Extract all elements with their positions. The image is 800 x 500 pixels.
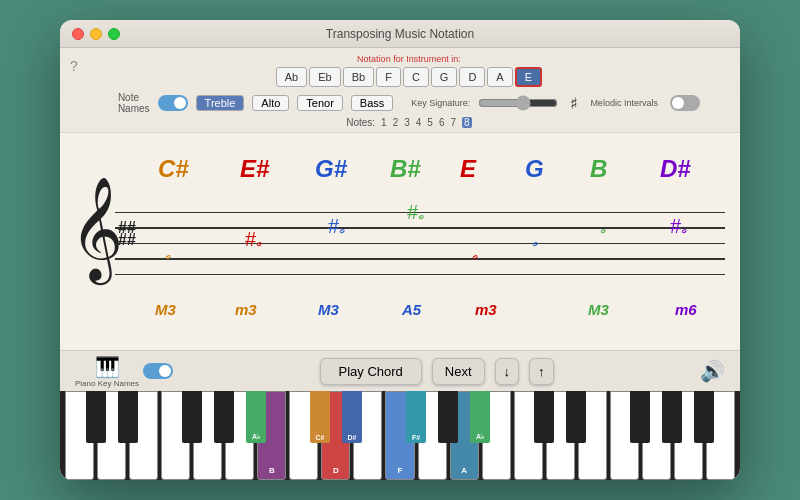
- piano-icon: 🎹: [95, 355, 120, 379]
- melodic-label: Melodic Intervals: [590, 98, 658, 108]
- inst-C[interactable]: C: [403, 67, 429, 87]
- note-4[interactable]: 4: [416, 117, 422, 128]
- inst-F[interactable]: F: [376, 67, 401, 87]
- maximize-button[interactable]: [108, 28, 120, 40]
- inst-Eb[interactable]: Eb: [309, 67, 340, 87]
- minimize-button[interactable]: [90, 28, 102, 40]
- bk-cs2-label: C#: [316, 434, 325, 441]
- note-5[interactable]: 5: [427, 117, 433, 128]
- inst-E[interactable]: E: [515, 67, 542, 87]
- black-key-ds3[interactable]: [566, 391, 585, 443]
- bottom-bar: 🎹 Piano Key Names Play Chord Next ↓ ↑ 🔊: [60, 350, 740, 480]
- titlebar: Transposing Music Notation: [60, 20, 740, 48]
- interval-a5: A5: [402, 301, 421, 318]
- inst-Bb[interactable]: Bb: [343, 67, 374, 87]
- inst-D[interactable]: D: [459, 67, 485, 87]
- up-arrow-button[interactable]: ↑: [529, 358, 554, 385]
- black-key-gs3[interactable]: [662, 391, 681, 443]
- note-7[interactable]: 7: [450, 117, 456, 128]
- note-label-e: E: [460, 155, 476, 183]
- key-label-f: F: [398, 466, 403, 475]
- note-6[interactable]: 6: [439, 117, 445, 128]
- clef-alto[interactable]: Alto: [252, 95, 289, 111]
- clef-bass[interactable]: Bass: [351, 95, 393, 111]
- clef-tenor[interactable]: Tenor: [297, 95, 343, 111]
- interval-m6: m6: [675, 301, 697, 318]
- instrument-buttons: Ab Eb Bb F C G D A E: [88, 67, 730, 87]
- inst-A[interactable]: A: [487, 67, 512, 87]
- piano-key-area: 🎹 Piano Key Names: [75, 355, 173, 388]
- black-key-ds2[interactable]: D#: [342, 391, 361, 443]
- note-3[interactable]: 3: [404, 117, 410, 128]
- main-window: Transposing Music Notation ? Notation fo…: [60, 20, 740, 480]
- treble-clef: 𝄞: [70, 183, 123, 273]
- note-label-bs: B#: [390, 155, 421, 183]
- notehead-2: #𝅗: [245, 228, 256, 251]
- note-label-ds: D#: [660, 155, 691, 183]
- black-key-gs1[interactable]: [214, 391, 233, 443]
- interval-m3-1: M3: [155, 301, 176, 318]
- notation-label: Notation for Instrument in:: [88, 54, 730, 64]
- traffic-lights: [72, 28, 120, 40]
- black-key-ds1[interactable]: [118, 391, 137, 443]
- black-key-fs3[interactable]: [630, 391, 649, 443]
- notehead-4: #𝅗: [407, 201, 418, 224]
- piano-keyboard: B D F A: [60, 391, 740, 480]
- key-label-a: A: [461, 466, 467, 475]
- close-button[interactable]: [72, 28, 84, 40]
- notes-row: Notes: 1 2 3 4 5 6 7 8: [88, 117, 730, 128]
- key-label-d: D: [333, 466, 339, 475]
- inst-G[interactable]: G: [431, 67, 458, 87]
- notes-label: Notes:: [346, 117, 375, 128]
- staff-area: 𝄞 ## ## C# E# G# B# E G B D# 𝅗 #𝅗 #𝅗 #𝅗 …: [60, 133, 740, 350]
- black-key-cs1[interactable]: [86, 391, 105, 443]
- inst-Ab[interactable]: Ab: [276, 67, 307, 87]
- help-icon[interactable]: ?: [70, 58, 78, 74]
- note-label-g: G: [525, 155, 544, 183]
- key-label-b: B: [269, 466, 275, 475]
- bk-fs2-label: F#: [412, 434, 420, 441]
- note-label-b: B: [590, 155, 607, 183]
- bk-as-label: A♭: [252, 433, 260, 441]
- piano-icon-container: 🎹 Piano Key Names: [75, 355, 139, 388]
- down-arrow-button[interactable]: ↓: [495, 358, 520, 385]
- piano-key-names-label: Piano Key Names: [75, 379, 139, 388]
- black-key-gs2[interactable]: [438, 391, 457, 443]
- note-names-label: NoteNames: [118, 92, 150, 114]
- controls-row: 🎹 Piano Key Names Play Chord Next ↓ ↑ 🔊: [60, 351, 740, 391]
- play-chord-button[interactable]: Play Chord: [320, 358, 422, 385]
- next-button[interactable]: Next: [432, 358, 485, 385]
- notehead-8: #𝅗: [670, 215, 681, 238]
- bk-ds2-label: D#: [348, 434, 357, 441]
- note-label-es: E#: [240, 155, 269, 183]
- note-1[interactable]: 1: [381, 117, 387, 128]
- piano-key-toggle[interactable]: [143, 363, 173, 379]
- toolbar: ? Notation for Instrument in: Ab Eb Bb F…: [60, 48, 740, 133]
- black-key-cs3[interactable]: [534, 391, 553, 443]
- interval-M3-3: M3: [318, 301, 339, 318]
- black-key-fs1[interactable]: [182, 391, 201, 443]
- black-key-as1[interactable]: A♭: [246, 391, 265, 443]
- clef-treble[interactable]: Treble: [196, 95, 245, 111]
- interval-M3-5: M3: [588, 301, 609, 318]
- notehead-3: #𝅗: [328, 215, 339, 238]
- black-key-as3[interactable]: [694, 391, 713, 443]
- note-label-gs: G#: [315, 155, 347, 183]
- bk-as2-label: A♭: [476, 433, 484, 441]
- black-key-fs2[interactable]: F#: [406, 391, 425, 443]
- note-label-cs: C#: [158, 155, 189, 183]
- key-sig-label: Key Signature:: [411, 98, 470, 108]
- window-title: Transposing Music Notation: [326, 27, 474, 41]
- note-names-toggle[interactable]: [158, 95, 188, 111]
- key-signature: ## ##: [118, 219, 136, 247]
- interval-m3-2: m3: [235, 301, 257, 318]
- melodic-toggle[interactable]: [670, 95, 700, 111]
- note-8[interactable]: 8: [462, 117, 472, 128]
- sharp-icon: ♯: [570, 94, 578, 113]
- black-key-cs2[interactable]: C#: [310, 391, 329, 443]
- note-2[interactable]: 2: [393, 117, 399, 128]
- volume-icon[interactable]: 🔊: [700, 359, 725, 383]
- key-sig-slider[interactable]: [478, 99, 558, 107]
- clef-row: NoteNames Treble Alto Tenor Bass Key Sig…: [88, 92, 730, 114]
- black-key-as2[interactable]: A♭: [470, 391, 489, 443]
